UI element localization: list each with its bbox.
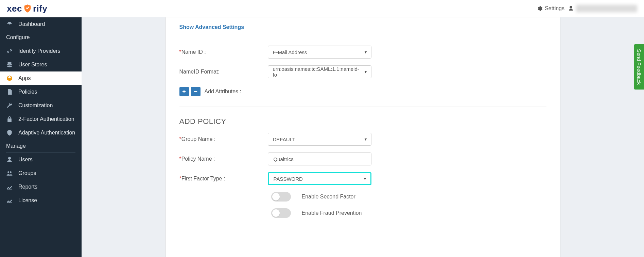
user-icon — [568, 5, 574, 12]
sidebar-item-identity-providers[interactable]: Identity Providers — [0, 44, 82, 58]
sidebar-item-label: License — [18, 197, 37, 204]
lock-icon — [6, 116, 13, 123]
database-icon — [6, 61, 13, 68]
sidebar-item-label: 2-Factor Authentication — [18, 116, 74, 122]
cube-icon — [6, 75, 13, 82]
settings-label: Settings — [545, 5, 564, 12]
sidebar-item-policies[interactable]: Policies — [0, 85, 82, 99]
gear-icon — [537, 5, 543, 12]
sidebar-item-2fa[interactable]: 2-Factor Authentication — [0, 112, 82, 126]
chart-icon — [6, 183, 13, 190]
sidebar-item-dashboard[interactable]: Dashboard — [0, 17, 82, 31]
sidebar-item-label: Dashboard — [18, 21, 45, 27]
select-value: urn:oasis:names:tc:SAML:1.1:nameid-fo — [273, 66, 362, 78]
label-name-id: *Name ID : — [179, 49, 268, 55]
chart-icon — [6, 197, 13, 204]
add-attributes-label: Add Attributes : — [205, 89, 242, 95]
sidebar-item-license[interactable]: License — [0, 194, 82, 207]
label-policy-name: *Policy Name : — [179, 156, 268, 162]
row-nameid-format: NameID Format: urn:oasis:names:tc:SAML:1… — [179, 65, 546, 78]
settings-button[interactable]: Settings — [537, 5, 564, 12]
sidebar-item-user-stores[interactable]: User Stores — [0, 58, 82, 71]
toggle-enable-fraud[interactable] — [271, 208, 291, 218]
shield-check-icon — [23, 4, 32, 13]
feedback-label: Send Feedback — [636, 49, 642, 85]
group-icon — [6, 170, 13, 177]
row-name-id: *Name ID : E-Mail Address ▼ — [179, 46, 546, 59]
add-attribute-button[interactable]: + — [179, 87, 189, 96]
dashboard-icon — [6, 21, 13, 28]
topbar: xec rify Settings — [0, 0, 644, 17]
row-policy-name: *Policy Name : — [179, 152, 546, 165]
sidebar-section-configure: Configure — [0, 31, 82, 44]
input-policy-name[interactable] — [273, 156, 362, 162]
top-actions: Settings — [537, 5, 637, 12]
user-name-blurred — [576, 5, 637, 12]
chevron-down-icon: ▼ — [364, 70, 368, 74]
select-value: DEFAULT — [273, 136, 295, 142]
sidebar-item-apps[interactable]: Apps — [0, 71, 82, 85]
main: Show Advanced Settings *Name ID : E-Mail… — [82, 17, 644, 257]
row-enable-second-factor: Enable Second Factor — [271, 192, 546, 202]
brand-logo: xec rify — [7, 3, 47, 14]
toggle-enable-second-factor[interactable] — [271, 192, 291, 202]
sidebar-item-users[interactable]: Users — [0, 153, 82, 166]
sidebar: Dashboard Configure Identity Providers U… — [0, 17, 82, 257]
exchange-icon — [6, 48, 13, 54]
minus-icon: − — [194, 88, 197, 95]
sidebar-item-reports[interactable]: Reports — [0, 180, 82, 194]
select-value: E-Mail Address — [273, 49, 307, 55]
send-feedback-tab[interactable]: Send Feedback — [634, 44, 644, 90]
toggle-label-fraud: Enable Fraud Prevention — [302, 210, 362, 216]
chevron-down-icon: ▼ — [364, 50, 368, 54]
select-first-factor[interactable]: PASSWORD ▼ — [268, 172, 371, 185]
sidebar-item-label: User Stores — [18, 62, 47, 68]
brand-post: rify — [33, 3, 47, 14]
section-header-add-policy: ADD POLICY — [179, 117, 546, 126]
row-add-attributes: + − Add Attributes : — [179, 87, 546, 96]
label-first-factor: *First Factor Type : — [179, 176, 268, 182]
row-first-factor: *First Factor Type : PASSWORD ▼ — [179, 172, 546, 185]
sidebar-item-label: Reports — [18, 184, 37, 190]
sidebar-item-label: Groups — [18, 170, 36, 176]
section-divider — [179, 107, 546, 107]
row-enable-fraud: Enable Fraud Prevention — [271, 208, 546, 218]
sidebar-item-label: Users — [18, 157, 33, 163]
sidebar-section-manage: Manage — [0, 140, 82, 152]
sidebar-item-label: Customization — [18, 102, 53, 109]
brand-pre: xec — [7, 3, 22, 14]
sidebar-item-label: Policies — [18, 89, 37, 95]
sidebar-item-label: Identity Providers — [18, 48, 60, 54]
shield-icon — [6, 129, 13, 136]
sidebar-item-customization[interactable]: Customization — [0, 99, 82, 112]
toggle-knob — [272, 209, 280, 217]
main-layout: Dashboard Configure Identity Providers U… — [0, 17, 644, 257]
input-policy-name-wrap — [268, 152, 371, 165]
sidebar-item-adaptive-auth[interactable]: Adaptive Authentication — [0, 126, 82, 140]
toggle-knob — [272, 193, 280, 200]
user-icon — [6, 156, 13, 163]
sidebar-item-groups[interactable]: Groups — [0, 166, 82, 180]
row-group-name: *Group Name : DEFAULT ▼ — [179, 133, 546, 146]
plus-icon: + — [182, 88, 186, 95]
sidebar-item-label: Adaptive Authentication — [18, 130, 75, 136]
toggle-label-second-factor: Enable Second Factor — [302, 194, 355, 200]
label-group-name: *Group Name : — [179, 136, 268, 142]
select-name-id[interactable]: E-Mail Address ▼ — [268, 46, 371, 59]
user-menu[interactable] — [568, 5, 637, 12]
sidebar-item-label: Apps — [18, 75, 31, 81]
select-nameid-format[interactable]: urn:oasis:names:tc:SAML:1.1:nameid-fo ▼ — [268, 65, 371, 78]
wrench-icon — [6, 102, 13, 109]
show-advanced-settings-link[interactable]: Show Advanced Settings — [179, 24, 244, 30]
select-value: PASSWORD — [274, 176, 303, 182]
label-nameid-format: NameID Format: — [179, 69, 268, 75]
remove-attribute-button[interactable]: − — [191, 87, 201, 96]
chevron-down-icon: ▼ — [363, 177, 367, 181]
document-icon — [6, 89, 13, 95]
form-panel: Show Advanced Settings *Name ID : E-Mail… — [166, 17, 560, 257]
select-group-name[interactable]: DEFAULT ▼ — [268, 133, 371, 146]
chevron-down-icon: ▼ — [364, 137, 368, 141]
